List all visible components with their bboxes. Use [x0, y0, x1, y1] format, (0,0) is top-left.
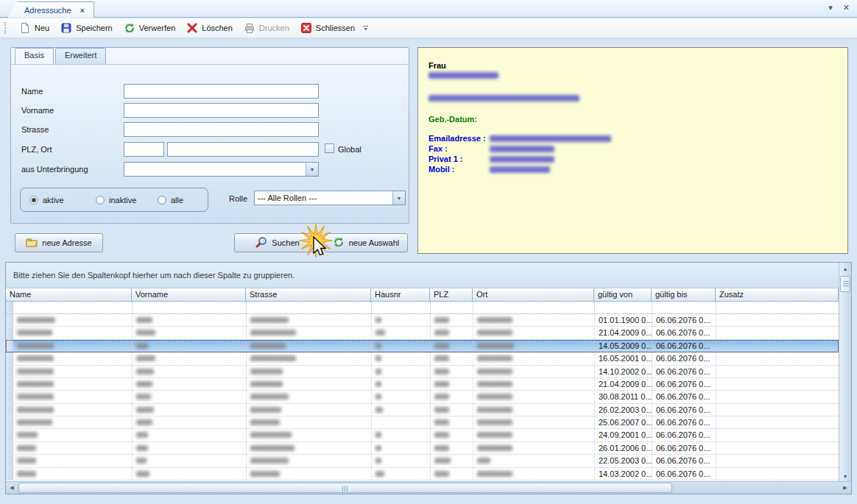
grid-row[interactable]: 30.08.2011 0...06.06.2076 0... [6, 391, 839, 403]
filter-cell-name[interactable] [13, 302, 132, 313]
name-input[interactable] [124, 84, 319, 99]
redacted-strasse [250, 419, 280, 425]
cell-zusatz [716, 366, 839, 377]
vertical-scroll-thumb[interactable] [840, 276, 850, 292]
filter-cell-ort[interactable] [473, 302, 594, 313]
column-header-vorname[interactable]: Vorname [132, 288, 246, 302]
column-header-ort[interactable]: Ort [473, 288, 594, 302]
grid-row-selected[interactable]: 14.05.2009 0...06.06.2076 0... [6, 340, 839, 352]
group-by-panel[interactable]: Bitte ziehen Sie den Spaltenkopf hierher… [6, 263, 851, 288]
column-header-von[interactable]: gültig von [594, 288, 652, 302]
neue-adresse-button[interactable]: neue Adresse [15, 233, 103, 252]
redacted-ort [477, 330, 512, 336]
grid-row[interactable]: 22.05.2003 0...06.06.2076 0... [6, 455, 839, 467]
cell-ort [473, 352, 594, 364]
delete-button[interactable]: Löschen [186, 22, 233, 34]
scroll-up-icon[interactable]: ▲ [839, 263, 851, 274]
save-button[interactable]: Speichern [60, 22, 113, 34]
redacted-name [17, 458, 36, 464]
unterbringung-dropdown-icon[interactable]: ▼ [306, 163, 318, 176]
unterbringung-combobox[interactable]: ▼ [124, 162, 319, 177]
redacted-hausnr [375, 343, 381, 349]
ort-input[interactable] [167, 142, 319, 157]
cell-name [13, 340, 132, 352]
rolle-combobox[interactable]: --- Alle Rollen --- ▼ [254, 191, 406, 205]
suchen-button[interactable]: Suchen [234, 233, 321, 252]
cell-plz [430, 327, 473, 338]
filter-cell-bis[interactable] [652, 302, 716, 313]
redacted-address [428, 95, 579, 102]
row-indicator [6, 429, 13, 441]
global-checkbox[interactable] [325, 143, 334, 153]
redacted-privat [490, 156, 554, 163]
print-button[interactable]: Drucken [244, 22, 289, 34]
radio-aktive[interactable]: aktive [29, 196, 64, 205]
close-button[interactable]: Schliessen [300, 22, 355, 34]
birthdate-label: Geb.-Datum: [428, 115, 477, 124]
vertical-scrollbar[interactable]: ▲ ▼ [839, 263, 851, 482]
grid-row[interactable]: 01.01.1900 0...06.06.2076 0... [6, 314, 839, 327]
grid-row[interactable]: 16.05.2001 0...06.06.2076 0... [6, 352, 839, 365]
grid-row[interactable]: 21.04.2009 0...06.06.2076 0... [6, 378, 839, 391]
grid-row[interactable]: 24.09.2001 0...06.06.2076 0... [6, 429, 839, 441]
redacted-name [17, 419, 52, 425]
horizontal-scrollbar[interactable]: ◀ ▶ [6, 481, 851, 494]
scroll-right-icon[interactable]: ▶ [839, 482, 851, 494]
column-header-strasse[interactable]: Strasse [246, 288, 371, 302]
tab-erweitert[interactable]: Erweitert [55, 48, 106, 64]
discard-button[interactable]: Verwerfen [124, 22, 176, 34]
cell-hausnr [371, 416, 430, 428]
radio-alle[interactable]: alle [158, 196, 183, 205]
column-header-name[interactable]: Name [6, 288, 132, 302]
cell-plz [430, 455, 473, 466]
column-header-bis[interactable]: gültig bis [652, 288, 716, 302]
cell-name [13, 366, 132, 377]
cell-bis: 06.06.2076 0... [652, 455, 716, 466]
rolle-dropdown-icon[interactable]: ▼ [392, 191, 405, 205]
redacted-vorname [136, 330, 155, 336]
grid-row[interactable]: 25.06.2007 0...06.06.2076 0... [6, 416, 839, 429]
grid-row[interactable]: 14.10.2002 0...06.06.2076 0... [6, 366, 839, 378]
tabstrip-close-icon[interactable]: ✕ [843, 3, 850, 13]
column-header-plz[interactable]: PLZ [430, 288, 473, 302]
grid-row[interactable]: 26.02.2003 0...06.06.2076 0... [6, 404, 839, 416]
filter-cell-von[interactable] [594, 302, 652, 313]
redacted-vorname [136, 445, 148, 451]
tab-close-icon[interactable]: × [80, 6, 85, 15]
neue-auswahl-button[interactable]: neue Auswahl [324, 233, 408, 252]
toolbar-overflow-icon[interactable]: ▾ [363, 26, 368, 31]
horizontal-scroll-thumb[interactable] [18, 483, 672, 493]
redacted-vorname [136, 355, 155, 361]
grid-filter-row[interactable] [6, 302, 839, 314]
tab-basis[interactable]: Basis [15, 48, 54, 64]
grid-row[interactable]: 26.01.2006 0...06.06.2076 0... [6, 442, 839, 455]
filter-cell-vorname[interactable] [132, 302, 246, 313]
toolbar-grip[interactable] [4, 22, 7, 34]
filter-cell-plz[interactable] [430, 302, 473, 313]
filter-cell-zusatz[interactable] [716, 302, 839, 313]
results-grid: Bitte ziehen Sie den Spaltenkopf hierher… [5, 262, 852, 494]
radio-inaktive[interactable]: inaktive [96, 196, 136, 205]
row-indicator [6, 302, 13, 313]
filter-cell-strasse[interactable] [246, 302, 371, 313]
cell-von: 16.05.2001 0... [594, 352, 652, 364]
vorname-input[interactable] [124, 103, 319, 118]
redacted-email[interactable] [490, 135, 611, 142]
cell-zusatz [716, 391, 839, 402]
redacted-strasse [250, 343, 286, 349]
tab-adresssuche[interactable]: Adresssuche × [7, 1, 94, 18]
plz-input[interactable] [124, 142, 164, 157]
column-header-hausnr[interactable]: Hausnr [371, 288, 430, 302]
cell-strasse [246, 429, 371, 441]
filter-cell-hausnr[interactable] [371, 302, 430, 313]
column-header-zusatz[interactable]: Zusatz [716, 288, 839, 302]
scroll-down-icon[interactable]: ▼ [839, 470, 851, 482]
new-button[interactable]: Neu [19, 22, 49, 34]
tab-list-dropdown-icon[interactable]: ▾ [828, 3, 833, 13]
grid-row[interactable]: 14.03.2002 0...06.06.2076 0... [6, 468, 839, 480]
redacted-strasse [250, 369, 283, 375]
scroll-left-icon[interactable]: ◀ [6, 482, 18, 494]
cell-von: 22.05.2003 0... [594, 455, 652, 466]
strasse-input[interactable] [124, 122, 319, 137]
grid-row[interactable]: 21.04.2009 0...06.06.2076 0... [6, 327, 839, 339]
